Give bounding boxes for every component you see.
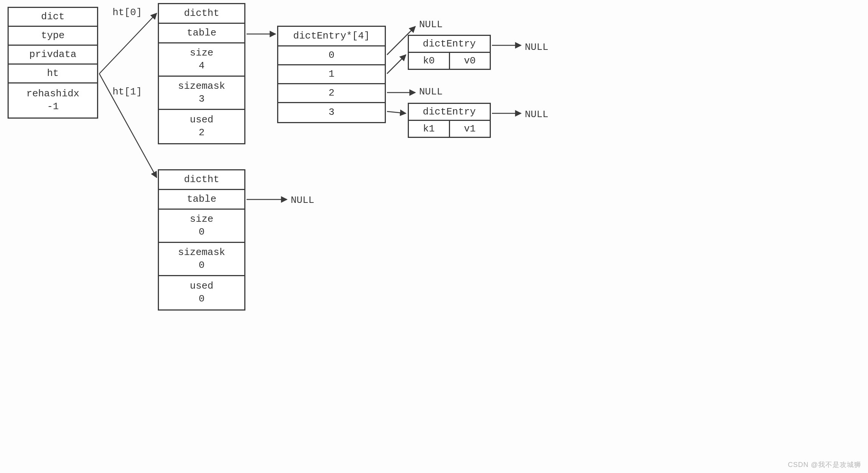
dictht1-title: dictht — [159, 170, 244, 190]
dictht1-used: used 0 — [159, 276, 244, 309]
svg-line-5 — [387, 55, 406, 74]
ht1-label: ht[1] — [113, 86, 142, 97]
entry-slot-1: 1 — [278, 65, 385, 84]
null-ht1-table: NULL — [291, 195, 314, 206]
null-slot0: NULL — [419, 19, 442, 30]
dict-title: dict — [9, 8, 97, 27]
sizemask-label: sizemask — [178, 80, 225, 93]
used-label: used — [190, 114, 213, 127]
entry1-title: dictEntry — [409, 104, 490, 121]
rehashidx-label: rehashidx — [26, 88, 79, 100]
entry-slot-0: 0 — [278, 46, 385, 65]
sizemask1-label: sizemask — [178, 246, 225, 259]
entry-array-title: dictEntry*[4] — [278, 27, 385, 46]
dictht0-title: dictht — [159, 4, 244, 24]
dict-field-rehashidx: rehashidx -1 — [9, 83, 97, 117]
dictht0-table: table — [159, 24, 244, 43]
entry-array: dictEntry*[4] 0 1 2 3 — [277, 26, 386, 123]
size-value: 4 — [199, 60, 205, 73]
null-entry0-next: NULL — [525, 42, 548, 53]
entry-slot-3: 3 — [278, 103, 385, 122]
dictht0-sizemask: sizemask 3 — [159, 77, 244, 110]
rehashidx-value: -1 — [47, 100, 59, 113]
dict-field-type: type — [9, 27, 97, 46]
size-label: size — [190, 47, 213, 60]
dict-field-privdata: privdata — [9, 46, 97, 65]
dictht0-size: size 4 — [159, 43, 244, 77]
sizemask1-value: 0 — [199, 259, 205, 272]
entry1-key: k1 — [409, 121, 450, 137]
dict-field-ht: ht — [9, 65, 97, 83]
dictht0-struct: dictht table size 4 sizemask 3 used 2 — [158, 3, 245, 144]
svg-line-7 — [387, 111, 406, 113]
arrows-layer — [0, 0, 868, 473]
used-value: 2 — [199, 127, 205, 139]
watermark: CSDN @我不是攻城狮 — [788, 460, 861, 469]
null-slot2: NULL — [419, 86, 442, 97]
sizemask-value: 3 — [199, 93, 205, 106]
entry1-value: v1 — [450, 121, 490, 137]
dictht1-size: size 0 — [159, 210, 244, 243]
entry-slot-2: 2 — [278, 84, 385, 103]
dict-struct: dict type privdata ht rehashidx -1 — [8, 7, 98, 119]
dictht1-sizemask: sizemask 0 — [159, 243, 244, 276]
used1-value: 0 — [199, 293, 205, 306]
entry0-title: dictEntry — [409, 36, 490, 53]
dictht1-table: table — [159, 190, 244, 210]
entry0-key: k0 — [409, 53, 450, 69]
dict-entry-1: dictEntry k1 v1 — [408, 103, 491, 138]
size1-value: 0 — [199, 226, 205, 239]
dict-entry-0: dictEntry k0 v0 — [408, 35, 491, 70]
dictht1-struct: dictht table size 0 sizemask 0 used 0 — [158, 169, 245, 311]
size1-label: size — [190, 213, 213, 226]
used1-label: used — [190, 280, 213, 293]
null-entry1-next: NULL — [525, 109, 548, 120]
entry0-value: v0 — [450, 53, 490, 69]
svg-line-0 — [99, 13, 157, 74]
dictht0-used: used 2 — [159, 110, 244, 143]
ht0-label: ht[0] — [113, 7, 142, 18]
